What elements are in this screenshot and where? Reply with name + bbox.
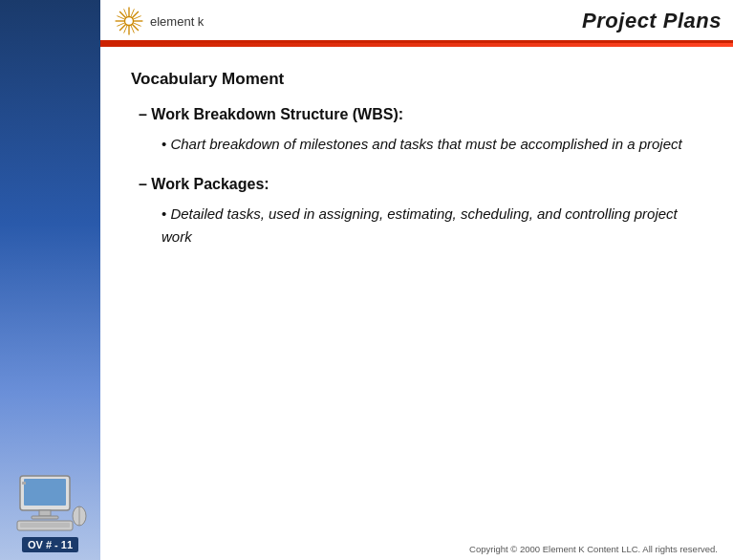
computer-icon — [12, 472, 89, 537]
logo-area: element k — [112, 4, 204, 38]
svg-point-17 — [125, 17, 134, 26]
topic-wp-bullet-1: Detailed tasks, used in assigning, estim… — [162, 203, 702, 248]
logo-text: element k — [150, 14, 204, 29]
copyright-text: Copyright © 2000 Element K Content LLC. … — [469, 544, 718, 554]
topic-work-packages: Work Packages: Detailed tasks, used in a… — [131, 176, 702, 248]
section-title: Vocabulary Moment — [131, 70, 702, 89]
topic-wbs-bullet-1: Chart breakdown of milestones and tasks … — [162, 133, 702, 155]
svg-rect-3 — [32, 516, 58, 519]
header: element k Project Plans — [100, 0, 733, 43]
topic-wp-heading: Work Packages: — [139, 176, 702, 193]
page-title: Project Plans — [582, 9, 722, 33]
topic-wbs-heading: Work Breakdown Structure (WBS): — [139, 106, 702, 123]
svg-rect-5 — [20, 523, 70, 528]
elementk-logo-icon — [112, 4, 146, 38]
sidebar: OV # - 11 — [0, 0, 100, 560]
topic-wbs: Work Breakdown Structure (WBS): Chart br… — [131, 106, 702, 155]
footer: Copyright © 2000 Element K Content LLC. … — [100, 540, 733, 560]
main-area: element k Project Plans Vocabulary Momen… — [100, 0, 733, 560]
content-area: Vocabulary Moment Work Breakdown Structu… — [100, 47, 733, 540]
svg-rect-8 — [22, 482, 26, 485]
svg-rect-1 — [24, 479, 66, 506]
sidebar-label: OV # - 11 — [22, 537, 78, 552]
svg-rect-2 — [39, 510, 51, 516]
